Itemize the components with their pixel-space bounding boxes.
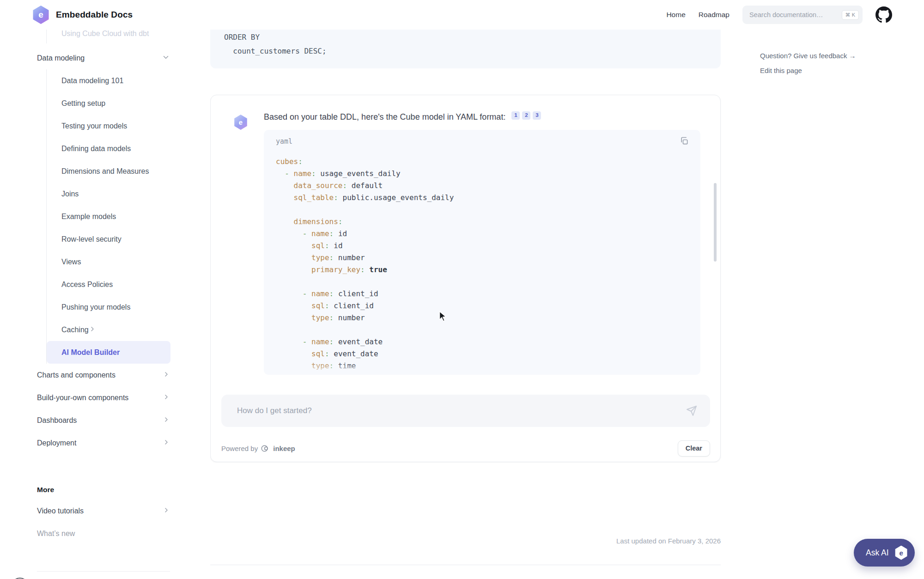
powered-by-label: Powered by [221, 445, 258, 452]
sidebar-item-data-modeling-101[interactable]: Data modeling 101 [47, 69, 170, 92]
sidebar-item-deployment[interactable]: Deployment [37, 432, 170, 454]
yaml-code-line: - name: id [276, 228, 700, 240]
sidebar-item-defining-data-models[interactable]: Defining data models [47, 137, 170, 160]
sidebar-item-example-models[interactable]: Example models [47, 205, 170, 228]
chat-input-placeholder: How do I get started? [237, 406, 312, 415]
yaml-code-line [276, 204, 700, 216]
sidebar-item-label: Charts and components [37, 371, 116, 379]
brand-title: Embeddable Docs [56, 10, 133, 20]
ask-ai-label: Ask AI [866, 548, 889, 558]
nav-link-home[interactable]: Home [666, 11, 685, 19]
yaml-code-line: sql: client_id [276, 300, 700, 312]
sidebar-prev-group: Using Cube Cloud with dbt [46, 30, 210, 43]
chat-scrollbar[interactable] [714, 183, 717, 262]
github-icon[interactable] [875, 6, 893, 24]
sidebar-item-access-policies[interactable]: Access Policies [47, 273, 170, 296]
code-block-header: yaml [264, 130, 700, 146]
sidebar-item-label: What’s new [37, 530, 75, 538]
yaml-code-line: type: number [276, 312, 700, 324]
yaml-code-line: dimensions: [276, 216, 700, 228]
sidebar-item-label: Video tutorials [37, 507, 84, 515]
citation-badge[interactable]: 1 [511, 111, 520, 120]
ai-message: Based on your table DDL, here's the Cube… [264, 111, 680, 123]
citation-badges: 123 [511, 112, 543, 122]
yaml-code-line [276, 276, 700, 288]
sidebar-group-label: Data modeling [37, 54, 85, 62]
sidebar-item-getting-setup[interactable]: Getting setup [47, 92, 170, 115]
citation-badge[interactable]: 2 [522, 111, 530, 120]
sidebar-item-label: Pushing your models [61, 303, 130, 311]
sidebar-item-label: AI Model Builder [61, 348, 120, 357]
chat-footer: Powered by inkeep Clear [221, 438, 710, 458]
sidebar-item-label: Access Policies [61, 280, 113, 289]
sidebar-item-build-your-own-components[interactable]: Build-your-own components [37, 386, 170, 409]
last-updated: Last updated on February 3, 2026 [210, 537, 721, 545]
sidebar-divider [37, 571, 170, 572]
sidebar-item-what-s-new[interactable]: What’s new [37, 522, 170, 545]
sidebar-item-label: Views [61, 258, 81, 266]
edit-page-link[interactable]: Edit this page [760, 67, 856, 74]
inkeep-logo-icon [261, 444, 270, 453]
sidebar-item-ai-model-builder[interactable]: AI Model Builder [47, 341, 170, 364]
yaml-code-lines: cubes: - name: usage_events_daily data_s… [264, 156, 700, 372]
code-language-label: yaml [276, 137, 292, 146]
nav-link-roadmap[interactable]: Roadmap [699, 11, 729, 19]
clear-button[interactable]: Clear [678, 440, 710, 457]
page: ORDER BY count_customers DESC; e Embedda… [0, 0, 924, 579]
sidebar-item-label: Defining data models [61, 145, 131, 153]
inkeep-label: inkeep [273, 445, 295, 452]
ai-message-text: Based on your table DDL, here's the Cube… [264, 112, 505, 122]
powered-by: Powered by inkeep [221, 444, 295, 453]
chat-input[interactable]: How do I get started? [221, 395, 710, 427]
sidebar: Using Cube Cloud with dbt Data modeling … [0, 30, 210, 579]
sidebar-item-label: Getting setup [61, 99, 105, 108]
yaml-code-line [276, 324, 700, 336]
sql-code-line: count_customers DESC; [224, 44, 721, 58]
yaml-code-line: primary_key: true [276, 264, 700, 276]
chevron-down-icon [162, 53, 170, 63]
code-fade-overlay [264, 363, 700, 375]
sql-code-line: ORDER BY [224, 30, 721, 44]
sidebar-item-using-cube-cloud-with-dbt[interactable]: Using Cube Cloud with dbt [47, 30, 170, 43]
sidebar-item-pushing-your-models[interactable]: Pushing your models [47, 296, 170, 318]
brand-link[interactable]: e Embeddable Docs [32, 6, 133, 24]
yaml-code-line: sql: id [276, 240, 700, 252]
ai-avatar-icon: e [234, 115, 248, 130]
sidebar-more-list: Video tutorialsWhat’s new [37, 500, 210, 545]
yaml-code-line: sql_table: public.usage_events_daily [276, 192, 700, 204]
sidebar-item-caching[interactable]: Caching [47, 318, 170, 341]
search-input[interactable]: Search documentation… ⌘ K [742, 6, 863, 24]
sidebar-group-data-modeling[interactable]: Data modeling [37, 47, 170, 69]
sidebar-item-charts-and-components[interactable]: Charts and components [37, 364, 170, 386]
ai-chat-card: e Based on your table DDL, here's the Cu… [210, 95, 721, 462]
send-icon[interactable] [686, 405, 697, 416]
sidebar-item-testing-your-models[interactable]: Testing your models [47, 115, 170, 137]
sidebar-item-label: Dimensions and Measures [61, 167, 149, 176]
sidebar-item-video-tutorials[interactable]: Video tutorials [37, 500, 170, 522]
right-rail: Question? Give us feedback → Edit this p… [760, 52, 856, 74]
sidebar-more-header: More [37, 480, 210, 500]
sidebar-item-views[interactable]: Views [47, 250, 170, 273]
nav-links: HomeRoadmap [666, 11, 729, 19]
yaml-code-line: cubes: [276, 156, 700, 168]
sidebar-item-joins[interactable]: Joins [47, 183, 170, 205]
citation-badge[interactable]: 3 [533, 111, 541, 120]
feedback-link[interactable]: Question? Give us feedback → [760, 52, 856, 60]
search-shortcut-badge: ⌘ K [842, 10, 859, 20]
sidebar-item-label: Deployment [37, 439, 76, 447]
sidebar-item-label: Example models [61, 213, 116, 221]
ask-ai-logo-icon: e [895, 546, 908, 560]
sidebar-item-label: Build-your-own components [37, 394, 128, 402]
header-nav: HomeRoadmap Search documentation… ⌘ K [666, 6, 893, 24]
sidebar-item-row-level-security[interactable]: Row-level security [47, 228, 170, 250]
sidebar-item-dashboards[interactable]: Dashboards [37, 409, 170, 432]
search-placeholder: Search documentation… [749, 11, 823, 18]
copy-button[interactable] [679, 136, 689, 146]
header: e Embeddable Docs HomeRoadmap Search doc… [0, 0, 924, 30]
yaml-code-block: yaml cubes: - name: usage_events_daily d… [264, 130, 700, 375]
ask-ai-button[interactable]: Ask AI e [854, 539, 915, 567]
sidebar-item-dimensions-and-measures[interactable]: Dimensions and Measures [47, 160, 170, 183]
yaml-code-line: - name: client_id [276, 288, 700, 300]
sidebar-item-label: Row-level security [61, 235, 122, 244]
sql-code-lines: ORDER BY count_customers DESC; [224, 30, 721, 58]
